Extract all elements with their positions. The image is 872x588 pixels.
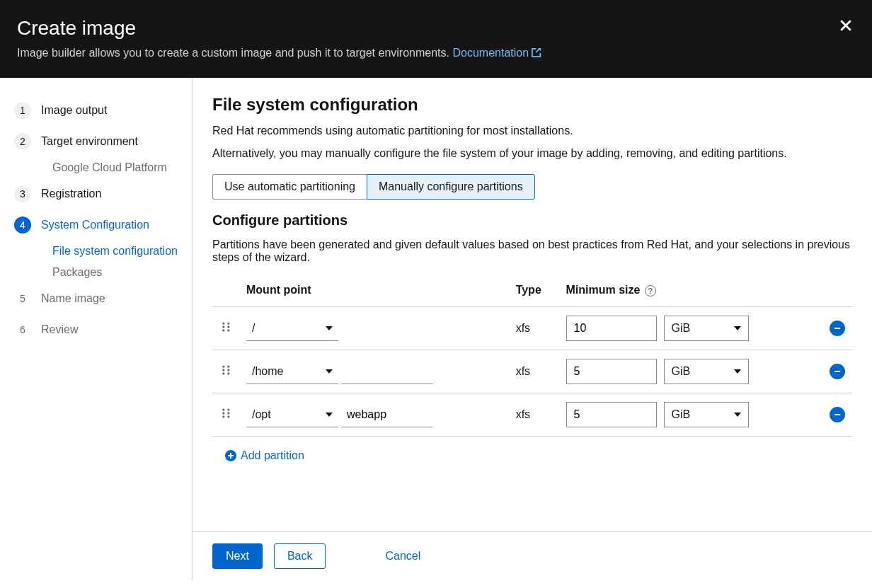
next-button[interactable]: Next <box>212 543 263 569</box>
drag-handle-icon[interactable] <box>212 350 241 393</box>
size-unit-select[interactable]: GiB <box>664 316 749 341</box>
svg-point-14 <box>222 408 224 410</box>
fs-type: xfs <box>510 393 561 437</box>
configure-partitions-desc: Partitions have been generated and given… <box>212 238 852 264</box>
main-content: File system configuration Red Hat recomm… <box>193 78 872 531</box>
documentation-link[interactable]: Documentation <box>452 47 541 59</box>
step-system-configuration[interactable]: 4 System Configuration <box>14 209 180 241</box>
wizard-header: Create image Image builder allows you to… <box>0 0 872 78</box>
cancel-button[interactable]: Cancel <box>372 544 433 568</box>
minus-icon <box>834 324 841 333</box>
svg-point-10 <box>227 369 229 371</box>
partitions-table: Mount point Type Minimum size ? / <box>212 275 852 437</box>
external-link-icon <box>532 47 541 57</box>
svg-point-5 <box>227 329 229 331</box>
help-icon[interactable]: ? <box>645 285 656 296</box>
drag-handle-icon[interactable] <box>212 393 241 437</box>
drag-handle-icon[interactable] <box>212 307 241 350</box>
fs-type: xfs <box>510 307 561 350</box>
svg-rect-13 <box>834 371 840 372</box>
substep-fs-config[interactable]: File system configuration <box>14 241 180 262</box>
col-size: Minimum size ? <box>561 275 824 307</box>
remove-partition-button[interactable] <box>830 407 845 422</box>
substep-google-cloud[interactable]: Google Cloud Platform <box>14 157 180 178</box>
page-subtitle: Image builder allows you to create a cus… <box>17 47 855 59</box>
svg-point-1 <box>227 322 229 324</box>
size-input[interactable] <box>566 402 657 427</box>
chevron-down-icon <box>734 326 741 330</box>
step-image-output[interactable]: 1 Image output <box>14 95 180 126</box>
partition-row: /home xfs GiB <box>212 350 852 393</box>
plus-circle-icon <box>225 450 236 461</box>
manual-partition-toggle[interactable]: Manually configure partitions <box>367 174 535 200</box>
svg-rect-20 <box>834 414 840 415</box>
step-review[interactable]: 6 Review <box>14 314 180 345</box>
intro-text-1: Red Hat recommends using automatic parti… <box>212 125 852 137</box>
size-input[interactable] <box>566 316 657 341</box>
fs-type: xfs <box>510 350 561 393</box>
svg-point-16 <box>222 412 224 414</box>
svg-rect-23 <box>228 455 234 456</box>
intro-text-2: Alternatively, you may manually configur… <box>212 147 852 160</box>
svg-point-11 <box>222 372 224 374</box>
svg-point-2 <box>222 325 224 328</box>
svg-point-8 <box>227 365 229 367</box>
svg-point-9 <box>222 369 224 371</box>
chevron-down-icon <box>326 369 333 374</box>
close-icon <box>839 19 852 32</box>
remove-partition-button[interactable] <box>830 364 845 379</box>
svg-point-3 <box>227 325 229 328</box>
col-type: Type <box>510 275 561 307</box>
svg-point-19 <box>227 415 229 417</box>
remove-partition-button[interactable] <box>830 321 845 336</box>
close-button[interactable] <box>835 16 856 37</box>
size-unit-select[interactable]: GiB <box>664 402 749 427</box>
mount-point-select[interactable]: /opt <box>246 402 338 427</box>
partitioning-toggle: Use automatic partitioning Manually conf… <box>212 174 535 200</box>
partition-row: /opt xfs GiB <box>212 393 852 437</box>
svg-rect-6 <box>834 328 840 329</box>
mount-point-select[interactable]: / <box>246 316 338 341</box>
svg-point-17 <box>227 412 229 414</box>
mount-suffix-input[interactable] <box>341 359 433 384</box>
step-target-environment[interactable]: 2 Target environment <box>14 126 180 157</box>
mount-point-select[interactable]: /home <box>246 359 338 384</box>
step-name-image[interactable]: 5 Name image <box>14 283 180 314</box>
svg-point-7 <box>222 365 224 367</box>
size-unit-select[interactable]: GiB <box>664 359 749 384</box>
svg-point-18 <box>222 415 224 417</box>
wizard-sidebar: 1 Image output 2 Target environment Goog… <box>0 78 193 580</box>
back-button[interactable]: Back <box>274 543 326 569</box>
svg-point-15 <box>227 408 229 410</box>
section-title: File system configuration <box>212 95 852 115</box>
step-registration[interactable]: 3 Registration <box>14 178 180 209</box>
chevron-down-icon <box>734 413 741 417</box>
chevron-down-icon <box>326 413 333 417</box>
size-input[interactable] <box>566 359 657 384</box>
substep-packages[interactable]: Packages <box>14 262 180 283</box>
auto-partition-toggle[interactable]: Use automatic partitioning <box>212 174 367 200</box>
wizard-footer: Next Back Cancel <box>193 531 872 580</box>
svg-point-0 <box>222 322 224 324</box>
col-mount: Mount point <box>241 275 510 307</box>
chevron-down-icon <box>326 326 333 330</box>
svg-point-12 <box>227 372 229 374</box>
add-partition-button[interactable]: Add partition <box>225 449 304 462</box>
partition-row: / xfs GiB <box>212 307 852 350</box>
configure-partitions-title: Configure partitions <box>212 212 852 229</box>
minus-icon <box>834 367 841 376</box>
minus-icon <box>834 410 841 419</box>
page-title: Create image <box>17 17 855 40</box>
svg-point-4 <box>222 329 224 331</box>
chevron-down-icon <box>734 369 741 374</box>
mount-suffix-input[interactable] <box>341 402 433 427</box>
